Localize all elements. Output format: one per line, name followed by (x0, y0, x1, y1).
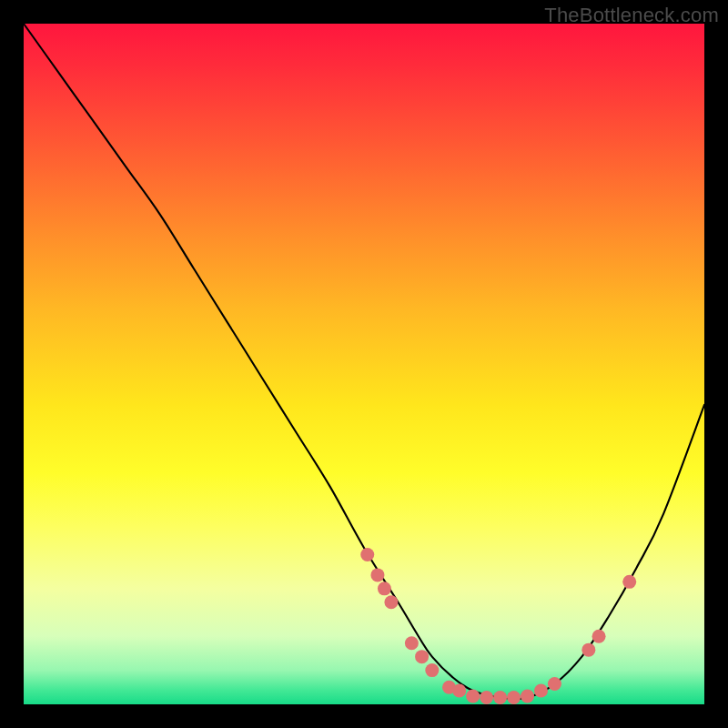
data-marker (415, 650, 429, 663)
data-marker (581, 643, 595, 657)
watermark-text: TheBottleneck.com (544, 4, 719, 27)
data-marker (452, 684, 466, 698)
data-marker (466, 690, 480, 703)
data-marker (534, 684, 548, 698)
data-marker (370, 568, 384, 581)
data-markers (360, 548, 636, 704)
data-marker (360, 548, 374, 561)
data-marker (384, 595, 398, 609)
data-marker (480, 691, 493, 704)
data-marker (425, 663, 439, 677)
data-marker (521, 690, 534, 703)
chart-plot-area (24, 24, 704, 704)
data-marker (507, 691, 521, 704)
data-marker (378, 581, 391, 595)
data-marker (405, 636, 419, 650)
data-marker (622, 575, 636, 589)
chart-svg (24, 24, 704, 704)
data-marker (548, 677, 561, 691)
data-marker (592, 630, 606, 643)
data-marker (493, 691, 507, 704)
bottleneck-curve (24, 24, 704, 699)
